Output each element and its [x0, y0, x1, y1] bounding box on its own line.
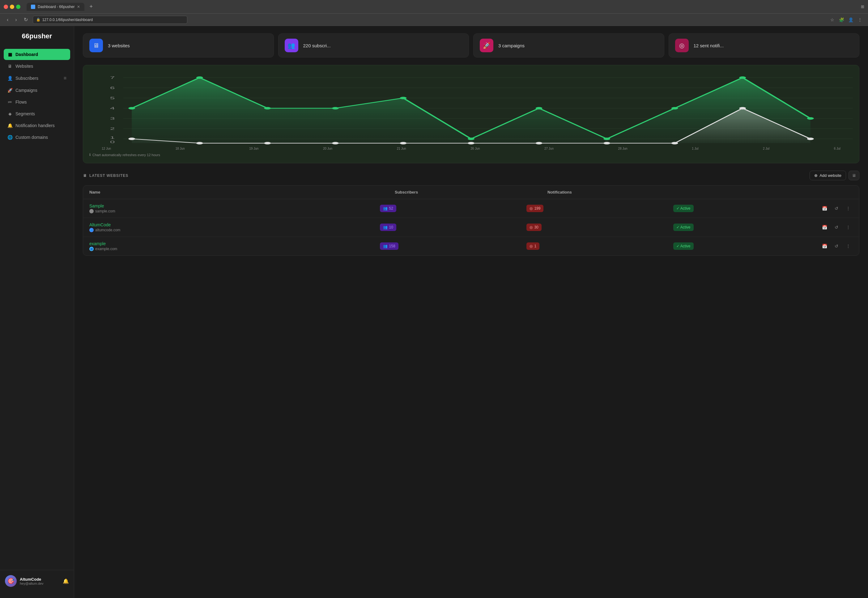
sidebar-item-dashboard[interactable]: ▦ Dashboard: [4, 49, 70, 60]
sidebar-label-flows: Flows: [15, 100, 27, 105]
tab-close-icon[interactable]: ✕: [77, 4, 80, 9]
latest-websites-section: 🖥 LATEST WEBSITES ⊕ Add website 🖥 Name S…: [83, 171, 859, 256]
svg-point-24: [671, 107, 678, 109]
sidebar-item-flows[interactable]: ≔ Flows: [4, 96, 70, 108]
sidebar-item-segments[interactable]: ◈ Segments: [4, 108, 70, 120]
x-label-1: 18 Jun: [176, 147, 185, 150]
section-title: 🖥 LATEST WEBSITES: [83, 173, 128, 178]
bookmark-icon[interactable]: ☆: [829, 17, 835, 23]
sidebar-item-websites[interactable]: 🖥 Websites: [4, 61, 70, 72]
svg-text:1: 1: [110, 136, 115, 139]
history-icon-sample[interactable]: ↺: [832, 204, 841, 213]
sidebar-item-campaigns[interactable]: 🚀 Campaigns: [4, 85, 70, 96]
stat-card-notifications[interactable]: ◎ 12 sent notifi...: [669, 33, 860, 57]
address-bar[interactable]: 🔒 127.0.0.1/66pusher/dashboard: [33, 16, 187, 24]
svg-text:2: 2: [110, 127, 115, 130]
history-icon-altumcode[interactable]: ↺: [832, 223, 841, 232]
url-text: 127.0.0.1/66pusher/dashboard: [42, 18, 93, 22]
status-badge-altumcode: ✓ Active: [673, 224, 693, 231]
view-websites-button[interactable]: 🖥: [849, 171, 859, 180]
more-icon-sample[interactable]: ⋮: [844, 204, 853, 213]
back-button[interactable]: ‹: [5, 16, 10, 24]
site-domain-example: 🔵 example.com: [89, 247, 377, 251]
subscribers-menu-icon[interactable]: ≡: [64, 75, 66, 81]
new-tab-button[interactable]: +: [89, 3, 93, 10]
segments-icon: ◈: [7, 111, 12, 116]
notification-icon-example: ◎: [529, 244, 533, 248]
menu-icon[interactable]: ⋮: [857, 17, 863, 23]
x-label-10: 6 Jul: [834, 147, 841, 150]
sidebar-item-custom-domains[interactable]: 🌐 Custom domains: [4, 132, 70, 143]
tab-favicon-icon: [31, 4, 35, 9]
minimize-button[interactable]: [10, 4, 14, 9]
sidebar-item-subscribers[interactable]: 👤 Subscribers ≡: [4, 72, 70, 84]
stat-card-subscribers[interactable]: 👥 220 subscri...: [278, 33, 469, 57]
user-info: AltumCode hey@altum.dev: [20, 577, 43, 585]
add-website-button[interactable]: ⊕ Add website: [810, 171, 846, 180]
section-header: 🖥 LATEST WEBSITES ⊕ Add website 🖥: [83, 171, 859, 180]
notification-handlers-icon: 🔔: [7, 123, 12, 128]
chart-svg: 7 6 5 4 3 2 1 0: [89, 72, 853, 146]
notification-icon-altumcode: ◎: [529, 225, 533, 229]
add-button-label: Add website: [819, 173, 841, 178]
notifications-badge-altumcode: ◎ 30: [526, 224, 670, 231]
main-content: 🖥 3 websites 👥 220 subscri... 🚀 3 campai…: [74, 26, 868, 598]
info-icon: ℹ: [89, 153, 91, 157]
site-info-example: example 🔵 example.com: [89, 241, 377, 251]
x-label-6: 27 Jun: [544, 147, 554, 150]
extensions-icon[interactable]: 🧩: [838, 17, 844, 23]
app-logo: 66pusher: [0, 32, 74, 40]
more-icon-altumcode[interactable]: ⋮: [844, 223, 853, 232]
x-label-9: 2 Jul: [763, 147, 769, 150]
calendar-icon-sample[interactable]: 📅: [820, 204, 829, 213]
navigation-bar: ‹ › ↻ 🔒 127.0.0.1/66pusher/dashboard ☆ 🧩…: [0, 13, 868, 26]
subscribers-icon-altumcode: 👥: [383, 225, 388, 229]
sidebar-label-websites: Websites: [15, 64, 33, 69]
browser-nav-actions: ☆ 🧩 👤 ⋮: [829, 17, 863, 23]
sidebar-label-dashboard: Dashboard: [15, 52, 38, 57]
sidebar-label-segments: Segments: [15, 111, 35, 116]
table-row: AltumCode 🔷 altumcode.com 👥 10 ◎: [83, 218, 859, 237]
sidebar-item-notification-handlers[interactable]: 🔔 Notification handlers: [4, 120, 70, 131]
svg-text:0: 0: [110, 141, 115, 144]
history-icon-example[interactable]: ↺: [832, 242, 841, 251]
site-favicon-sample: ⚙: [89, 209, 94, 213]
refresh-button[interactable]: ↻: [22, 15, 30, 24]
flows-icon: ≔: [7, 100, 12, 105]
stat-card-websites[interactable]: 🖥 3 websites: [83, 33, 274, 57]
calendar-icon-altumcode[interactable]: 📅: [820, 223, 829, 232]
avatar: 🎯: [5, 575, 17, 587]
section-icon: 🖥: [83, 173, 87, 178]
col-subscribers: Subscribers: [395, 190, 547, 194]
forward-button[interactable]: ›: [13, 16, 19, 24]
user-email: hey@altum.dev: [20, 582, 43, 585]
bell-icon[interactable]: 🔔: [63, 578, 69, 584]
site-name-altumcode[interactable]: AltumCode: [89, 222, 377, 227]
svg-point-32: [400, 142, 406, 144]
profile-icon[interactable]: 👤: [848, 17, 854, 23]
stat-card-campaigns[interactable]: 🚀 3 campaigns: [473, 33, 664, 57]
subscribers-icon: 👤: [7, 76, 12, 81]
browser-tab[interactable]: Dashboard - 66pusher ✕: [27, 3, 84, 11]
more-icon-example[interactable]: ⋮: [844, 242, 853, 251]
svg-point-36: [671, 142, 678, 144]
svg-point-33: [468, 142, 475, 144]
fullscreen-button[interactable]: [16, 4, 20, 9]
subscribers-badge-sample: 👥 52: [380, 205, 524, 212]
app-container: 66pusher ▦ Dashboard 🖥 Websites 👤 Subscr…: [0, 26, 868, 598]
site-favicon-example: 🔵: [89, 247, 94, 251]
col-status: [700, 190, 853, 194]
site-name-sample[interactable]: Sample: [89, 203, 377, 208]
subscribers-icon-sample: 👥: [383, 206, 388, 211]
user-name: AltumCode: [20, 577, 43, 582]
add-icon: ⊕: [814, 173, 818, 178]
calendar-icon-example[interactable]: 📅: [820, 242, 829, 251]
x-label-4: 21 Jun: [397, 147, 406, 150]
sidebar-label-campaigns: Campaigns: [15, 88, 37, 93]
chart-x-labels: 12 Jun 18 Jun 19 Jun 20 Jun 21 Jun 26 Ju…: [89, 147, 853, 150]
notification-icon-sample: ◎: [529, 206, 533, 211]
close-button[interactable]: [4, 4, 8, 9]
svg-point-25: [739, 76, 746, 79]
site-name-example[interactable]: example: [89, 241, 377, 246]
section-title-text: LATEST WEBSITES: [89, 173, 128, 178]
